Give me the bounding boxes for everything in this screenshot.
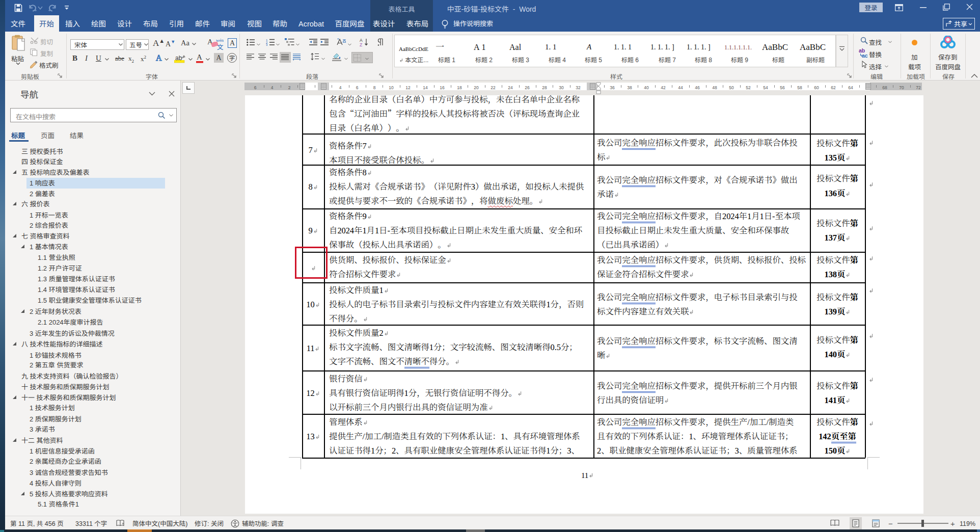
svg-text:3: 3 (266, 43, 268, 46)
svg-text:Z: Z (360, 42, 362, 46)
